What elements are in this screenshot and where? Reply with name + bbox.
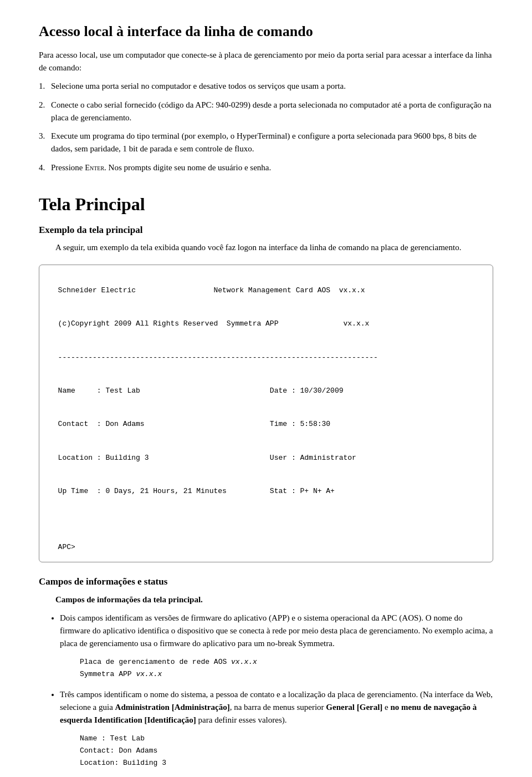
code-line-2-label: Symmetra APP <box>80 670 136 678</box>
bullet-2-mid2: e <box>382 703 390 712</box>
bullet-2-bold1: Administration [Administração] <box>115 703 230 712</box>
code-line-1-label: Placa de gerenciamento de rede AOS <box>80 658 231 666</box>
step-4-text: Pressione Enter. Nos prompts digite seu … <box>51 161 493 174</box>
terminal-line2: (c)Copyright 2009 All Rights Reserved Sy… <box>58 319 370 328</box>
step-2: 2. Conecte o cabo serial fornecido (códi… <box>39 99 493 125</box>
step-4: 4. Pressione Enter. Nos prompts digite s… <box>39 161 493 174</box>
step-4-text-before: Pressione <box>51 163 85 172</box>
tela-principal-title: Tela Principal <box>39 191 493 217</box>
intro-paragraph: Para acesso local, use um computador que… <box>39 49 493 75</box>
campos-subsection-title: Campos de informações da tela principal. <box>55 593 493 606</box>
campos-subsection-label: Campos de informações da tela principal. <box>55 595 203 604</box>
section-intro-text: A seguir, um exemplo da tela exibida qua… <box>55 241 493 254</box>
terminal-line1: Schneider Electric Network Management Ca… <box>58 286 365 294</box>
campos-section-title: Campos de informações e status <box>39 575 493 589</box>
step-4-text-after: . Nos prompts digite seu nome de usuário… <box>104 163 271 172</box>
step-2-text: Conecte o cabo serial fornecido (código … <box>51 99 493 125</box>
code-line-1-value: vx.x.x <box>231 658 257 666</box>
terminal-line7: Up Time : 0 Days, 21 Hours, 21 Minutes S… <box>58 487 335 495</box>
code-line-2-value: vx.x.x <box>136 670 162 678</box>
bullet-2-end: para definir esses valores). <box>196 715 287 724</box>
steps-list: 1. Selecione uma porta serial no computa… <box>39 80 493 174</box>
step-3: 3. Execute um programa do tipo terminal … <box>39 130 493 156</box>
step-1: 1. Selecione uma porta serial no computa… <box>39 80 493 93</box>
terminal-prompt: APC> <box>58 543 75 551</box>
bullets-list: Dois campos identificam as versões de fi… <box>50 612 493 769</box>
bullet-1-code: Placa de gerenciamento de rede AOS vx.x.… <box>80 656 493 680</box>
code-line-b2-2: Contact: Don Adams <box>80 746 157 755</box>
bullet-2-mid1: , na barra de menus superior <box>230 703 326 712</box>
code-line-b2-3: Location: Building 3 <box>80 759 166 767</box>
code-line-b2-1: Name : Test Lab <box>80 734 145 743</box>
bullet-2-bold2: General [Geral] <box>326 703 382 712</box>
terminal-display: Schneider Electric Network Management Ca… <box>39 265 493 563</box>
step-2-num: 2. <box>39 99 51 125</box>
page-title: Acesso local à interface da linha de com… <box>39 22 493 41</box>
exemplo-subtitle: Exemplo da tela principal <box>39 223 493 237</box>
bullet-1-text: Dois campos identificam as versões de fi… <box>60 613 493 648</box>
step-4-num: 4. <box>39 161 51 174</box>
terminal-line6: Location : Building 3 User : Administrat… <box>58 454 356 462</box>
terminal-line4: Name : Test Lab Date : 10/30/2009 <box>58 387 344 395</box>
step-1-num: 1. <box>39 80 51 93</box>
terminal-separator: ----------------------------------------… <box>58 353 378 362</box>
step-3-text: Execute um programa do tipo terminal (po… <box>51 130 493 156</box>
step-3-num: 3. <box>39 130 51 156</box>
step-4-enter: Enter <box>85 163 104 172</box>
bullet-1: Dois campos identificam as versões de fi… <box>60 612 493 680</box>
terminal-line5: Contact : Don Adams Time : 5:58:30 <box>58 420 330 428</box>
step-1-text: Selecione uma porta serial no computador… <box>51 80 493 93</box>
bullet-2: Três campos identificam o nome do sistem… <box>60 688 493 769</box>
bullet-2-code: Name : Test Lab Contact: Don Adams Locat… <box>80 733 493 769</box>
